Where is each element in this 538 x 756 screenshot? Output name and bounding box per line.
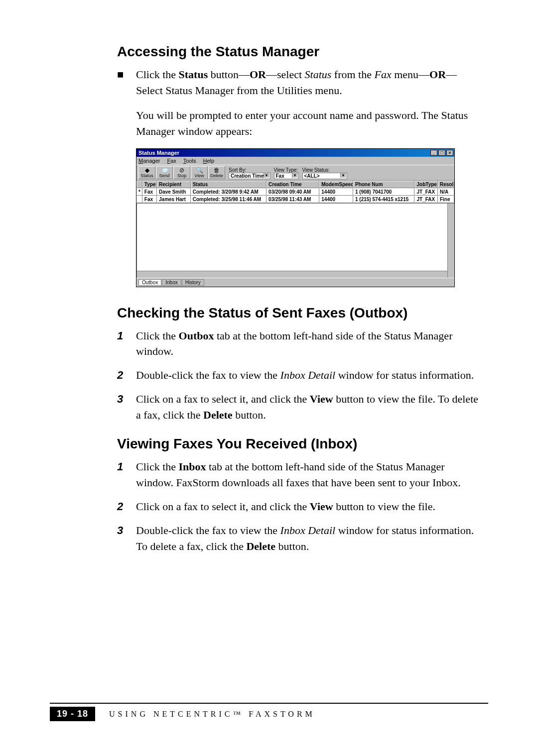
- step-number: 3: [117, 391, 136, 423]
- column-header[interactable]: Resol: [438, 181, 454, 188]
- cell: [136, 196, 142, 203]
- bullet-text: Click the Status button—OR—select Status…: [136, 67, 478, 99]
- step-text: Click on a fax to select it, and click t…: [136, 391, 478, 423]
- menu-tools[interactable]: Tools: [183, 158, 196, 164]
- heading-accessing: Accessing the Status Manager: [117, 44, 478, 60]
- step-text: Click the Inbox tab at the bottom left-h…: [136, 459, 478, 491]
- cell: N/A: [438, 188, 454, 196]
- view-type-select[interactable]: Fax: [274, 173, 299, 179]
- step-text: Click the Outbox tab at the bottom left-…: [136, 328, 478, 360]
- heading-inbox: Viewing Faxes You Received (Inbox): [117, 436, 478, 452]
- column-header[interactable]: Recipient: [157, 181, 191, 188]
- send-button[interactable]: 📨Send: [156, 166, 173, 179]
- view-type-label: View Type:: [274, 167, 299, 173]
- cell: James Hart: [157, 196, 191, 203]
- page-number-badge: 19 - 18: [50, 707, 95, 721]
- intro-paragraph: You will be prompted to enter your accou…: [136, 108, 478, 139]
- cell: *: [136, 188, 142, 196]
- cell: Dave Smith: [157, 188, 191, 196]
- delete-button[interactable]: 🗑Delete: [208, 166, 225, 179]
- cell: Fax: [142, 196, 157, 203]
- bullet-item: ■ Click the Status button—OR—select Stat…: [117, 67, 478, 99]
- cell: Fax: [142, 188, 157, 196]
- step-text: Click on a fax to select it, and click t…: [136, 499, 478, 515]
- column-header[interactable]: Type: [142, 181, 157, 188]
- step-text: Double-click the fax to view the Inbox D…: [136, 523, 478, 554]
- close-button[interactable]: ×: [446, 150, 453, 156]
- list-item: 1Click the Inbox tab at the bottom left-…: [117, 459, 478, 491]
- stop-button[interactable]: ⊘Stop: [173, 166, 190, 179]
- status-manager-window: Status Manager _ □ × ManagerFaxToolsHelp…: [136, 148, 455, 287]
- list-item: 3Double-click the fax to view the Inbox …: [117, 523, 478, 554]
- bottom-tabs: OutboxInboxHistory: [136, 278, 454, 287]
- menu-fax[interactable]: Fax: [167, 158, 176, 164]
- step-number: 2: [117, 499, 136, 515]
- bullet-square: ■: [117, 67, 136, 99]
- cell: Completed: 3/25/98 11:46 AM: [191, 196, 267, 203]
- column-header[interactable]: [136, 181, 142, 188]
- vertical-scrollbar[interactable]: [447, 204, 454, 278]
- cell: JT_FAX: [414, 196, 438, 203]
- sort-by-label: Sort By:: [229, 167, 270, 173]
- view-status-label: View Status:: [302, 167, 347, 173]
- table-row[interactable]: FaxJames HartCompleted: 3/25/98 11:46 AM…: [136, 196, 454, 203]
- cell: JT_FAX: [414, 188, 438, 196]
- menu-manager[interactable]: Manager: [138, 158, 160, 164]
- cell: 03/25/98 11:43 AM: [267, 196, 319, 203]
- step-number: 1: [117, 328, 136, 360]
- step-number: 3: [117, 523, 136, 554]
- view-button[interactable]: 🔍View: [191, 166, 208, 179]
- column-header[interactable]: Status: [191, 181, 267, 188]
- footer-chapter-title: USING NETCENTRIC™ FAXSTORM: [109, 710, 315, 719]
- maximize-button[interactable]: □: [438, 150, 445, 156]
- column-header[interactable]: ModemSpeed: [319, 181, 353, 188]
- cell: Fine: [438, 196, 454, 203]
- column-header[interactable]: JobType: [414, 181, 438, 188]
- list-item: 1Click the Outbox tab at the bottom left…: [117, 328, 478, 360]
- window-titlebar: Status Manager _ □ ×: [136, 149, 454, 157]
- cell: 14400: [319, 196, 353, 203]
- tab-outbox[interactable]: Outbox: [138, 279, 161, 286]
- tab-inbox[interactable]: Inbox: [162, 279, 181, 286]
- grid-header-row: TypeRecipientStatusCreation TimeModemSpe…: [136, 181, 454, 188]
- cell: 03/20/98 09:40 AM: [267, 188, 319, 196]
- minimize-button[interactable]: _: [430, 150, 437, 156]
- column-header[interactable]: Phone Num: [353, 181, 415, 188]
- sort-by-select[interactable]: Creation Time: [229, 173, 270, 179]
- list-item: 3Click on a fax to select it, and click …: [117, 391, 478, 423]
- cell: Completed: 3/20/98 9:42 AM: [191, 188, 267, 196]
- table-row[interactable]: *FaxDave SmithCompleted: 3/20/98 9:42 AM…: [136, 188, 454, 196]
- column-header[interactable]: Creation Time: [267, 181, 319, 188]
- list-item: 2Click on a fax to select it, and click …: [117, 499, 478, 515]
- tab-history[interactable]: History: [182, 279, 204, 286]
- step-number: 1: [117, 459, 136, 491]
- heading-outbox: Checking the Status of Sent Faxes (Outbo…: [117, 305, 478, 321]
- page-footer: 19 - 18 USING NETCENTRIC™ FAXSTORM: [50, 703, 488, 721]
- step-text: Double-click the fax to view the Inbox D…: [136, 367, 478, 383]
- menu-help[interactable]: Help: [203, 158, 214, 164]
- cell: 1 (908) 7041700: [353, 188, 415, 196]
- menubar: ManagerFaxToolsHelp: [136, 157, 454, 165]
- cell: 14400: [319, 188, 353, 196]
- view-status-select[interactable]: <ALL>: [302, 173, 347, 179]
- toolbar: ◆Status📨Send⊘Stop🔍View🗑Delete Sort By: C…: [136, 165, 454, 181]
- horizontal-scrollbar[interactable]: [137, 271, 447, 278]
- step-number: 2: [117, 367, 136, 383]
- cell: 1 (215) 574-4415 x1215: [353, 196, 415, 203]
- grid-empty-area: [136, 203, 454, 278]
- status-button[interactable]: ◆Status: [138, 166, 155, 179]
- list-item: 2Double-click the fax to view the Inbox …: [117, 367, 478, 383]
- window-title: Status Manager: [138, 150, 179, 156]
